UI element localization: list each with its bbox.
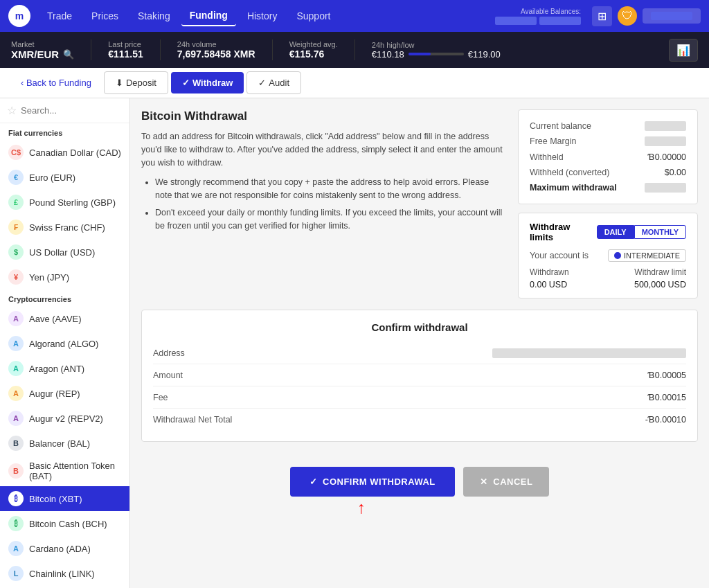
daily-tab[interactable]: DAILY xyxy=(597,225,634,239)
favorites-star-icon[interactable]: ☆ xyxy=(7,104,17,117)
sidebar-item-ada[interactable]: A Cardano (ADA) xyxy=(0,536,129,561)
chart-button[interactable]: 📊 xyxy=(669,39,698,62)
last-price: Last price €111.51 xyxy=(108,40,143,60)
limits-title: Withdraw limits xyxy=(530,222,591,242)
sidebar-item-usd[interactable]: $ US Dollar (USD) xyxy=(0,240,129,265)
sidebar-item-chf[interactable]: ₣ Swiss Franc (CHF) xyxy=(0,215,129,240)
bat-label: Basic Attention Token (BAT) xyxy=(29,461,121,481)
xbt-icon: ₿ xyxy=(8,491,24,506)
sidebar-item-ant[interactable]: A Aragon (ANT) xyxy=(0,356,129,381)
ant-icon: A xyxy=(8,361,24,376)
withdraw-button[interactable]: ✓ Withdraw xyxy=(171,72,244,93)
available-balances-label: Available Balances: xyxy=(495,8,581,25)
sidebar: ☆ 🔍 Fiat currencies C$ Canadian Dollar (… xyxy=(0,98,130,588)
limits-amounts: Withdrawn Withdraw limit xyxy=(530,267,686,277)
limits-tabs: DAILY MONTHLY xyxy=(597,225,686,239)
sidebar-item-cad[interactable]: C$ Canadian Dollar (CAD) xyxy=(0,140,129,165)
deposit-button[interactable]: ⬇ Deposit xyxy=(104,71,168,94)
confirm-address-row: Address xyxy=(153,343,686,364)
free-margin-row: Free Margin xyxy=(530,134,686,149)
eur-label: Euro (EUR) xyxy=(29,172,75,183)
sidebar-item-algo[interactable]: A Algorand (ALGO) xyxy=(0,331,129,356)
crypto-section-title: Cryptocurrencies xyxy=(0,289,129,306)
algo-icon: A xyxy=(8,336,24,351)
market-bar: Market XMR/EUR 🔍 Last price €111.51 24h … xyxy=(0,32,709,68)
repv2-icon: A xyxy=(8,411,24,426)
search-box: ☆ 🔍 xyxy=(0,98,129,123)
cancel-x-icon: ✕ xyxy=(480,476,488,487)
sidebar-item-aave[interactable]: A Aave (AAVE) xyxy=(0,306,129,331)
withdrawal-intro: To add an address for Bitcoin withdrawal… xyxy=(141,130,507,169)
confirm-net-total-value: -Ɓ0.00010 xyxy=(645,414,686,425)
limit-value: 500,000 USD xyxy=(634,280,686,289)
grid-icon-button[interactable]: ⊞ xyxy=(592,6,612,26)
search-input[interactable] xyxy=(21,105,130,116)
content-area: Bitcoin Withdrawal To add an address for… xyxy=(130,98,709,588)
shield-badge[interactable]: 🛡 xyxy=(618,6,637,26)
repv2-label: Augur v2 (REPV2) xyxy=(29,413,103,424)
nav-support[interactable]: Support xyxy=(288,6,339,26)
user-account-button[interactable] xyxy=(643,8,701,24)
xbt-label: Bitcoin (XBT) xyxy=(29,494,82,504)
audit-button[interactable]: ✓ Audit xyxy=(246,71,301,94)
confirm-section: Confirm withdrawal Address Amount Ɓ0.000… xyxy=(141,310,698,442)
button-row: ✓ CONFIRM WITHDRAWAL ✕ CANCEL ↑ xyxy=(141,467,698,497)
chf-icon: ₣ xyxy=(8,220,24,235)
audit-icon: ✓ xyxy=(258,78,266,88)
withdrawal-bullet-2: Don't exceed your daily or monthly fundi… xyxy=(155,206,507,233)
usd-label: US Dollar (USD) xyxy=(29,247,95,258)
gbp-label: Pound Sterling (GBP) xyxy=(29,197,116,208)
cancel-button[interactable]: ✕ CANCEL xyxy=(463,467,550,497)
withdrawal-info: Bitcoin Withdrawal To add an address for… xyxy=(141,109,507,299)
high-low: 24h high/low €110.18 €119.00 xyxy=(372,41,501,60)
withheld-row: Withheld Ɓ0.00000 xyxy=(530,149,686,165)
sidebar-item-link[interactable]: L Chainlink (LINK) xyxy=(0,561,129,586)
search-market-icon[interactable]: 🔍 xyxy=(63,49,74,60)
withdraw-icon: ✓ xyxy=(182,78,190,88)
free-margin-value xyxy=(645,136,686,146)
sidebar-item-eur[interactable]: € Euro (EUR) xyxy=(0,165,129,190)
eur-icon: € xyxy=(8,170,24,185)
current-balance-value xyxy=(645,121,686,131)
nav-prices[interactable]: Prices xyxy=(83,6,127,26)
link-label: Chainlink (LINK) xyxy=(29,569,95,579)
link-icon: L xyxy=(8,566,24,581)
confirm-fee-value: Ɓ0.00015 xyxy=(648,392,686,402)
usd-icon: $ xyxy=(8,244,24,260)
fiat-section-title: Fiat currencies xyxy=(0,123,129,140)
sidebar-item-bch[interactable]: ₿ Bitcoin Cash (BCH) xyxy=(0,511,129,536)
sidebar-item-rep[interactable]: A Augur (REP) xyxy=(0,381,129,406)
nav-staking[interactable]: Staking xyxy=(129,6,179,26)
back-to-funding-link[interactable]: ‹ Back to Funding xyxy=(11,72,101,93)
bch-label: Bitcoin Cash (BCH) xyxy=(29,519,107,529)
confirm-amount-row: Amount Ɓ0.00005 xyxy=(153,364,686,386)
logo-icon[interactable]: m xyxy=(8,5,30,27)
confirm-amount-value: Ɓ0.00005 xyxy=(648,370,686,380)
bal-label: Balancer (BAL) xyxy=(29,438,90,449)
sidebar-item-gbp[interactable]: £ Pound Sterling (GBP) xyxy=(0,190,129,215)
market-info: Market XMR/EUR 🔍 xyxy=(11,40,74,60)
nav-trade[interactable]: Trade xyxy=(39,6,80,26)
confirm-withdrawal-button[interactable]: ✓ CONFIRM WITHDRAWAL xyxy=(290,467,455,497)
sidebar-item-xbt[interactable]: ₿ Bitcoin (XBT) xyxy=(0,486,129,511)
nav-history[interactable]: History xyxy=(239,6,286,26)
sub-nav: ‹ Back to Funding ⬇ Deposit ✓ Withdraw ✓… xyxy=(0,68,709,98)
deposit-icon: ⬇ xyxy=(116,78,123,88)
svg-text:m: m xyxy=(15,10,24,21)
nav-funding[interactable]: Funding xyxy=(181,6,236,26)
aave-icon: A xyxy=(8,311,24,326)
sidebar-item-bat[interactable]: B Basic Attention Token (BAT) xyxy=(0,456,129,486)
monthly-tab[interactable]: MONTHLY xyxy=(634,225,686,239)
ada-label: Cardano (ADA) xyxy=(29,544,91,554)
limits-values: 0.00 USD 500,000 USD xyxy=(530,280,686,289)
max-withdrawal-value xyxy=(645,183,686,193)
sidebar-item-bal[interactable]: B Balancer (BAL) xyxy=(0,431,129,456)
account-level-circle-icon xyxy=(614,252,621,259)
sidebar-item-repv2[interactable]: A Augur v2 (REPV2) xyxy=(0,406,129,431)
content-top: Bitcoin Withdrawal To add an address for… xyxy=(141,109,698,299)
account-level-row: Your account is INTERMEDIATE xyxy=(530,249,686,262)
ant-label: Aragon (ANT) xyxy=(29,364,84,374)
market-pair: XMR/EUR xyxy=(11,48,59,60)
sidebar-item-jpy[interactable]: ¥ Yen (JPY) xyxy=(0,265,129,289)
algo-label: Algorand (ALGO) xyxy=(29,339,98,349)
